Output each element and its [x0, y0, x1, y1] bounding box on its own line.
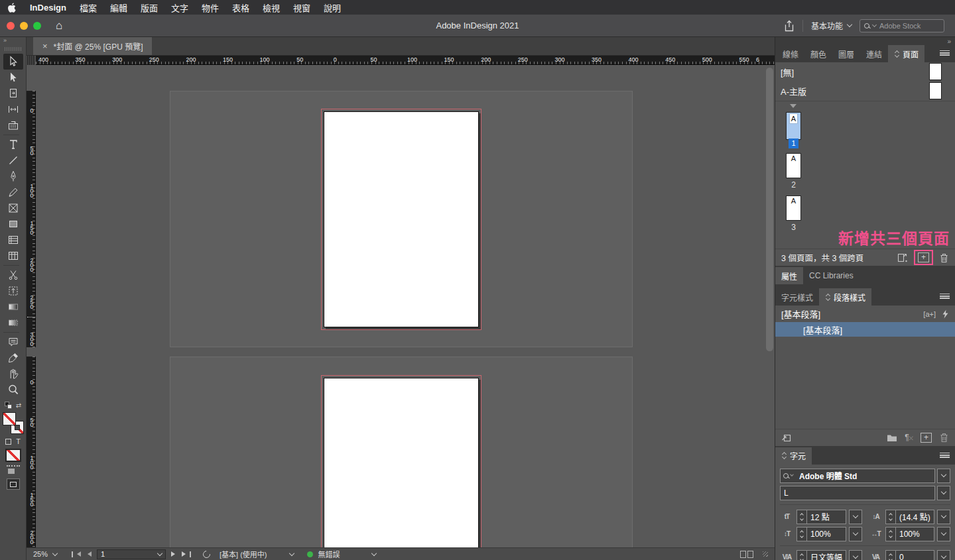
collapse-panels-icon[interactable]: »	[775, 37, 955, 45]
page-tool[interactable]	[3, 85, 23, 101]
type-tool[interactable]	[3, 137, 23, 152]
formatting-affects-text-icon[interactable]: T	[16, 437, 21, 445]
leading-field[interactable]: ↕A(14.4 點)	[869, 510, 950, 524]
panel-tab-頁面[interactable]: 頁面	[888, 45, 924, 62]
spread-view-icon[interactable]	[740, 551, 753, 558]
kerning-dropdown[interactable]	[849, 550, 862, 560]
next-page-button[interactable]	[171, 551, 175, 557]
stepper[interactable]	[797, 510, 807, 524]
page-thumbnail-3[interactable]: A	[786, 196, 801, 221]
stepper[interactable]	[797, 551, 807, 560]
menu-item[interactable]: 視窗	[293, 1, 310, 14]
active-app-name[interactable]: InDesign	[30, 3, 66, 13]
gradient-feather-tool[interactable]	[3, 315, 23, 331]
tools-grip[interactable]	[5, 47, 22, 51]
previous-page-button[interactable]	[88, 551, 92, 557]
formatting-affects-container-icon[interactable]	[5, 439, 11, 445]
content-collector-tool[interactable]	[3, 117, 23, 133]
page-number-label[interactable]: 3	[786, 223, 801, 232]
line-tool[interactable]	[3, 152, 23, 168]
pencil-tool[interactable]	[3, 184, 23, 200]
page-number-field[interactable]: 1	[97, 549, 166, 559]
last-page-button[interactable]	[182, 551, 191, 557]
ruler-origin-corner[interactable]	[27, 56, 36, 65]
tab-character-styles[interactable]: 字元樣式	[775, 288, 819, 306]
horizontal-ruler[interactable]: 4003503002502001501005005010015020025030…	[27, 56, 775, 65]
tab-character[interactable]: 字元	[775, 447, 812, 465]
note-tool[interactable]	[3, 334, 23, 350]
tracking-dropdown[interactable]	[937, 550, 950, 560]
zoom-level-select[interactable]: 25%	[33, 550, 48, 558]
eyedropper-tool[interactable]	[3, 350, 23, 366]
menu-item[interactable]: 表格	[232, 1, 249, 14]
adobe-stock-search-input[interactable]: Adobe Stock	[860, 19, 944, 32]
font-style-dropdown[interactable]	[937, 486, 950, 500]
default-fill-stroke-icon[interactable]	[5, 402, 12, 409]
style-override-highlighter-icon[interactable]	[781, 433, 793, 443]
panel-tab-連結[interactable]: 連結	[860, 45, 888, 62]
tab-paragraph-styles[interactable]: 段落樣式	[819, 288, 871, 306]
vertical-ruler[interactable]: 050100150200250300050100150200	[27, 65, 36, 547]
apply-none-button[interactable]	[5, 449, 21, 462]
style-list-item-selected[interactable]: [基本段落]	[775, 322, 955, 337]
stepper[interactable]	[886, 551, 896, 560]
style-list-empty-area[interactable]	[775, 337, 955, 429]
master-a-thumbnail[interactable]	[929, 82, 942, 99]
master-none-thumbnail[interactable]	[929, 63, 942, 80]
zoom-tool[interactable]	[3, 382, 23, 398]
gap-tool[interactable]	[3, 101, 23, 117]
scissors-tool[interactable]	[3, 267, 23, 283]
apple-icon[interactable]	[8, 3, 17, 13]
page-1[interactable]	[324, 111, 479, 327]
view-options-button[interactable]	[7, 465, 20, 475]
clear-overrides-icon[interactable]: ¶⤬	[905, 433, 913, 442]
horizontal-scale-field[interactable]: ↔T100%	[869, 527, 950, 541]
frame-tool[interactable]	[3, 200, 23, 216]
page-number-label[interactable]: 2	[786, 180, 801, 190]
close-document-icon[interactable]: ×	[42, 41, 48, 51]
menu-item[interactable]: 檢視	[263, 1, 280, 14]
new-page-button[interactable]: +	[918, 252, 929, 262]
stepper[interactable]	[797, 528, 807, 541]
page-number-label[interactable]: 1	[789, 139, 798, 148]
panel-menu-icon[interactable]	[940, 294, 950, 300]
font-size-field[interactable]: tT12 點	[780, 510, 862, 524]
free-transform-tool[interactable]	[3, 283, 23, 299]
hand-tool[interactable]	[3, 366, 23, 382]
tab-properties[interactable]: 屬性	[775, 267, 803, 284]
leading-dropdown[interactable]	[937, 510, 950, 524]
error-dropdown-icon[interactable]	[371, 550, 376, 555]
font-style-select[interactable]: L	[780, 486, 935, 500]
panel-menu-icon[interactable]	[940, 453, 950, 459]
preflight-profile-select[interactable]: [基本] (使用中)	[220, 549, 267, 559]
gradient-tool[interactable]	[3, 299, 23, 315]
first-page-button[interactable]	[72, 551, 81, 557]
page-thumbnail-1[interactable]: A	[786, 112, 801, 140]
pages-panel-divider[interactable]	[775, 101, 955, 109]
scrollbar-thumb[interactable]	[766, 68, 773, 351]
font-family-dropdown[interactable]	[937, 469, 950, 483]
page-2[interactable]	[324, 378, 479, 547]
collapse-tools-icon[interactable]: »	[0, 37, 26, 46]
tab-cc-libraries[interactable]: CC Libraries	[803, 267, 860, 284]
lightning-icon[interactable]	[942, 309, 949, 319]
stepper[interactable]	[886, 510, 896, 524]
vertical-scrollbar[interactable]	[765, 66, 774, 546]
menu-item[interactable]: 編輯	[110, 1, 127, 14]
workspace-switcher[interactable]: 基本功能	[811, 20, 852, 31]
vertical-scale-dropdown[interactable]	[849, 527, 862, 541]
menu-item[interactable]: 版面	[141, 1, 158, 14]
panel-tab-圖層[interactable]: 圖層	[832, 45, 860, 62]
horizontal-grid-tool[interactable]	[3, 232, 23, 248]
share-icon[interactable]	[784, 20, 795, 32]
document-tab[interactable]: × *封面 @ 25% [GPU 預覽]	[33, 37, 152, 55]
menu-item[interactable]: 檔案	[80, 1, 97, 14]
zoom-dropdown-icon[interactable]	[52, 550, 58, 555]
canvas[interactable]: 050100150200250300050100150200	[27, 65, 775, 547]
screen-mode-button[interactable]	[7, 478, 20, 490]
delete-style-button[interactable]	[939, 432, 949, 443]
panel-tab-線條[interactable]: 線條	[777, 45, 804, 62]
direct-selection-tool[interactable]	[3, 70, 23, 85]
font-family-select[interactable]: Adobe 明體 Std	[780, 469, 935, 483]
pen-tool[interactable]	[3, 168, 23, 184]
